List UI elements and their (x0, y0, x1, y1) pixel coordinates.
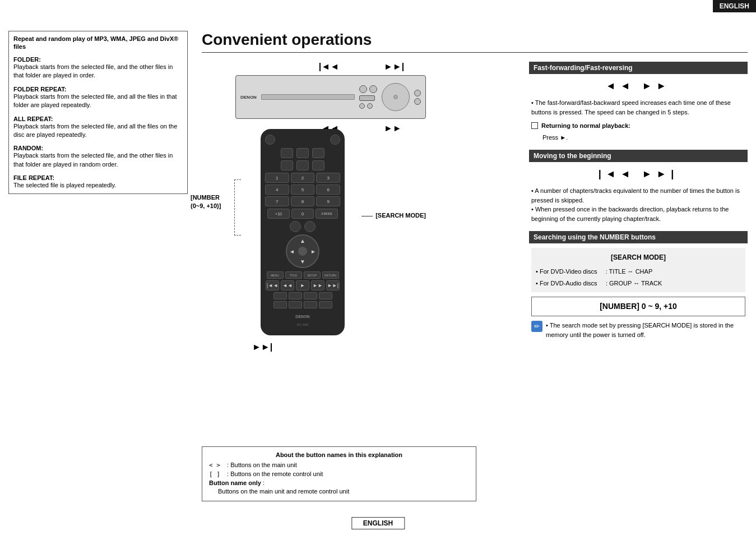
remote-rew-btn[interactable]: ◄◄ (281, 280, 294, 290)
remote-more-2[interactable] (289, 301, 302, 308)
remote-num-10[interactable]: +10 (267, 209, 290, 219)
dvd-circle-btn-1[interactable] (359, 85, 367, 93)
remote-extra-4[interactable] (319, 292, 332, 299)
remote-skip-fwd-btn[interactable]: ►►| (326, 280, 340, 290)
random-title: RANDOM: (13, 145, 183, 151)
dpad-right[interactable]: ► (310, 248, 316, 255)
remote-num-3[interactable]: 3 (316, 173, 340, 183)
search-row-2-right: : GROUP ↔ TRACK (606, 280, 662, 287)
remote-body: 1 2 3 4 5 6 7 8 9 +10 0 S.MODE ▲ ▼ ◄ ► (261, 129, 345, 335)
remote-ffw-btn[interactable]: ►► (311, 280, 324, 290)
remote-btn-b1[interactable] (281, 160, 293, 170)
remote-dpad[interactable]: ▲ ▼ ◄ ► (286, 234, 319, 268)
button-desc-1: : Buttons on the main unit (227, 462, 297, 468)
remote-btn-a2[interactable] (296, 148, 309, 158)
dvd-rect-btn[interactable] (359, 95, 375, 101)
file-repeat-section: FILE REPEAT: The selected file is played… (13, 174, 183, 190)
remote-extra-1[interactable] (273, 292, 287, 299)
dvd-right-controls (359, 85, 377, 109)
remote-more-4[interactable] (319, 301, 332, 308)
all-repeat-text: Playback starts from the selected file, … (13, 123, 177, 138)
remote-num-2[interactable]: 2 (291, 173, 315, 183)
remote-transport-row: |◄◄ ◄◄ ► ►► ►►| (265, 280, 340, 290)
folder-title: FOLDER: (13, 56, 183, 63)
remote-top-btn-2[interactable] (330, 135, 340, 145)
button-bold-desc: : (261, 479, 265, 486)
searching-section: Searching using the NUMBER buttons [SEAR… (529, 231, 748, 339)
english-badge-bottom: ENGLISH (351, 517, 405, 529)
remote-play-btn[interactable]: ► (296, 280, 309, 290)
dpad-down[interactable]: ▼ (300, 259, 305, 265)
dvd-far-right (414, 90, 421, 105)
search-row-2-left: • For DVD-Audio discs (536, 280, 597, 287)
moving-beginning-bullets: A number of chapters/tracks equivalent t… (531, 186, 745, 223)
button-names-row-4: Buttons on the main unit and remote cont… (209, 488, 469, 495)
dvd-player: DENON (235, 75, 482, 133)
fast-forward-bullets: The fast-forward/fast-backward speed inc… (531, 98, 745, 117)
main-title-area: Convenient operations (202, 31, 748, 57)
remote-more-3[interactable] (304, 301, 317, 308)
remote-num-5[interactable]: 5 (291, 185, 315, 195)
number-bracket (234, 179, 241, 236)
remote-circle-1[interactable] (290, 221, 301, 232)
fast-forward-arrows: ◄◄ ►► (531, 79, 745, 94)
left-panel-box: Repeat and random play of MP3, WMA, JPEG… (8, 31, 188, 194)
remote-circle-2[interactable] (304, 221, 316, 232)
button-bold-label: Button name only (209, 479, 261, 486)
fast-forward-section: Fast-forwarding/Fast-reversing ◄◄ ►► The… (529, 62, 748, 142)
button-names-title: About the button names in this explanati… (209, 451, 469, 458)
remote-func-btn-4[interactable]: RETURN (322, 271, 339, 279)
remote-num-4[interactable]: 4 (265, 185, 289, 195)
remote-btn-a3[interactable] (312, 148, 324, 158)
search-row-1: • For DVD-Video discs : TITLE ↔ CHAP (536, 267, 741, 276)
dvd-far-btn-2[interactable] (414, 98, 421, 105)
remote-num-1[interactable]: 1 (265, 173, 289, 183)
skip-back-top-icon: |◄◄ (319, 62, 339, 72)
file-repeat-title: FILE REPEAT: (13, 174, 183, 181)
remote-skip-back-btn[interactable]: |◄◄ (266, 280, 279, 290)
remote-top-row (265, 135, 340, 145)
skip-fwd-bottom-icon: ►►| (252, 342, 272, 352)
random-text: Playback starts from the selected file, … (13, 152, 173, 167)
number-display-box: [NUMBER] 0 ~ 9, +10 (531, 297, 745, 316)
dpad-left[interactable]: ◄ (289, 248, 295, 255)
remote-func-row-1: MENU TITLE SETUP RETURN (265, 271, 340, 279)
remote-num-8[interactable]: 8 (291, 196, 315, 206)
remote-num-10-row: +10 0 S.MODE (265, 209, 340, 219)
remote-more-1[interactable] (273, 301, 287, 308)
remote-btn-a1[interactable] (281, 148, 293, 158)
button-names-row-3: Button name only : (209, 479, 469, 486)
remote-extra-3[interactable] (304, 292, 317, 299)
dpad-up[interactable]: ▲ (300, 238, 305, 244)
remote-num-9[interactable]: 9 (316, 196, 340, 206)
remote-num-7[interactable]: 7 (265, 196, 289, 206)
remote-func-btn-1[interactable]: MENU (267, 271, 284, 279)
dvd-small-btn-1[interactable] (359, 103, 365, 109)
moving-beginning-section: Moving to the beginning |◄◄ ►►| A number… (529, 150, 748, 223)
remote-top-btn-1[interactable] (265, 135, 275, 145)
dvd-circle-btn-2[interactable] (369, 85, 377, 93)
remote-func-btn-2[interactable]: TITLE (285, 271, 302, 279)
dvd-btn-row-2 (359, 95, 377, 101)
remote-num-0[interactable]: 0 (291, 209, 314, 219)
remote-search-mode-btn[interactable]: S.MODE (316, 209, 338, 219)
remote-brand-text: DENON (295, 315, 309, 319)
remote-model-text: RC-969 (297, 323, 309, 326)
dvd-far-btn-1[interactable] (414, 90, 421, 96)
search-mode-line (361, 216, 373, 216)
dpad-center[interactable] (298, 247, 307, 256)
left-panel-content: FOLDER: Playback starts from the selecte… (13, 56, 183, 190)
dvd-disc-center (393, 95, 398, 99)
searching-content: [SEARCH MODE] • For DVD-Video discs : TI… (529, 248, 748, 339)
remote-btn-b2[interactable] (296, 160, 309, 170)
remote-func-btn-3[interactable]: SETUP (304, 271, 321, 279)
remote-extra-2[interactable] (289, 292, 302, 299)
dvd-small-btn-2[interactable] (367, 103, 373, 109)
note-text: • The search mode set by pressing [SEARC… (546, 321, 745, 339)
search-row-1-right: : TITLE ↔ CHAP (606, 268, 653, 275)
top-nav-arrows: |◄◄ ►►| (213, 62, 482, 72)
remote-num-6[interactable]: 6 (316, 185, 340, 195)
folder-repeat-section: FOLDER REPEAT: Playback starts from the … (13, 86, 183, 110)
fast-forward-title: Fast-forwarding/Fast-reversing (529, 62, 748, 74)
remote-btn-b3[interactable] (312, 160, 324, 170)
